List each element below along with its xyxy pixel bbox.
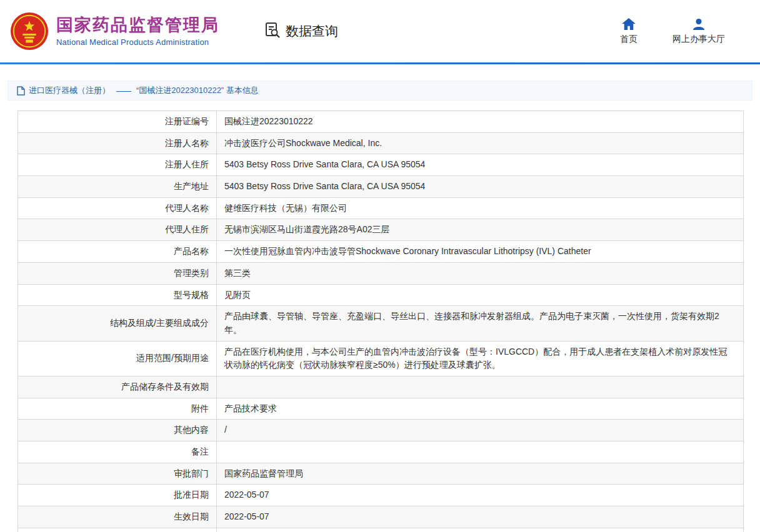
row-label: 审批部门	[18, 463, 217, 485]
page: 国家药品监督管理局 National Medical Products Admi…	[0, 0, 760, 532]
row-value: 5403 Betsy Ross Drive Santa Clara, CA US…	[217, 154, 744, 176]
row-label: 注册证编号	[18, 111, 217, 133]
breadcrumb-category[interactable]: 进口医疗器械（注册）	[29, 85, 110, 96]
table-row: 附件产品技术要求	[18, 398, 744, 420]
row-value: 2022-05-07	[217, 506, 744, 528]
row-value: 2022-05-07	[217, 485, 744, 506]
table-row: 结构及组成/主要组成成分产品由球囊、导管轴、导管座、充盈端口、导丝出口、连接器和…	[18, 306, 744, 341]
national-emblem-logo	[10, 12, 49, 51]
nav-service-hall-label: 网上办事大厅	[672, 34, 725, 45]
row-label: 附件	[18, 398, 217, 420]
row-value: 第三类	[217, 262, 744, 284]
row-value: 一次性使用冠脉血管内冲击波导管Shockwave Coronary Intrav…	[217, 241, 744, 263]
breadcrumb-separator: ——	[116, 86, 130, 96]
row-label: 结构及组成/主要组成成分	[18, 306, 217, 341]
nav-home-label: 首页	[620, 34, 638, 45]
table-row: 型号规格见附页	[18, 284, 744, 306]
data-query-label: 数据查询	[286, 22, 338, 40]
row-label: 产品名称	[18, 241, 217, 263]
breadcrumb-wrap: 进口医疗器械（注册） —— “国械注进20223010222” 基本信息	[0, 64, 760, 101]
org-name-cn: 国家药品监督管理局	[56, 16, 219, 35]
brand: 国家药品监督管理局 National Medical Products Admi…	[10, 12, 219, 51]
table-row: 注册人住所5403 Betsy Ross Drive Santa Clara, …	[18, 154, 744, 176]
table-row: 代理人名称健维医疗科技（无锡）有限公司	[18, 197, 744, 219]
user-icon	[692, 18, 706, 31]
row-value: 产品技术要求	[217, 398, 744, 420]
table-row: 适用范围/预期用途产品在医疗机构使用，与本公司生产的血管内冲击波治疗设备（型号：…	[18, 341, 744, 376]
nav-service-hall[interactable]: 网上办事大厅	[672, 18, 725, 45]
row-label: 生效日期	[18, 506, 217, 528]
row-label: 备注	[18, 441, 217, 463]
row-label: 产品储存条件及有效期	[18, 376, 217, 398]
data-query-icon	[264, 22, 281, 41]
registration-info-table: 注册证编号国械注进20223010222注册人名称冲击波医疗公司Shockwav…	[18, 111, 744, 532]
table-row: 产品储存条件及有效期	[18, 376, 744, 398]
table-row: 产品名称一次性使用冠脉血管内冲击波导管Shockwave Coronary In…	[18, 241, 744, 263]
row-value: 5403 Betsy Ross Drive Santa Clara, CA US…	[217, 176, 744, 198]
row-value: 国械注进20223010222	[217, 111, 744, 133]
row-label: 其他内容	[18, 420, 217, 441]
home-icon	[622, 18, 636, 31]
row-label: 适用范围/预期用途	[18, 341, 217, 376]
row-label: 有效期至	[18, 528, 217, 532]
table-row: 审批部门国家药品监督管理局	[18, 463, 744, 485]
table-row: 其他内容/	[18, 420, 744, 441]
row-value: 产品由球囊、导管轴、导管座、充盈端口、导丝出口、连接器和脉冲发射器组成。产品为电…	[217, 306, 744, 341]
row-label: 注册人住所	[18, 154, 217, 176]
table-row: 生效日期2022-05-07	[18, 506, 744, 528]
row-value: /	[217, 420, 744, 441]
table-row: 管理类别第三类	[18, 262, 744, 284]
table-row: 备注	[18, 441, 744, 463]
row-label: 管理类别	[18, 262, 217, 284]
row-label: 代理人住所	[18, 219, 217, 241]
row-value: 见附页	[217, 284, 744, 306]
row-label: 型号规格	[18, 284, 217, 306]
document-icon	[17, 86, 25, 96]
data-query-title: 数据查询	[264, 22, 338, 41]
row-label: 生产地址	[18, 176, 217, 198]
table-row: 生产地址5403 Betsy Ross Drive Santa Clara, C…	[18, 176, 744, 198]
row-value: 产品在医疗机构使用，与本公司生产的血管内冲击波治疗设备（型号：IVLGCCD）配…	[217, 341, 744, 376]
table-row: 注册证编号国械注进20223010222	[18, 111, 744, 133]
row-label: 代理人名称	[18, 197, 217, 219]
row-label: 注册人名称	[18, 132, 217, 154]
row-value	[217, 441, 744, 463]
table-row: 代理人住所无锡市滨湖区马山街道霞光路28号A02三层	[18, 219, 744, 241]
row-value: 国家药品监督管理局	[217, 463, 744, 485]
breadcrumb: 进口医疗器械（注册） —— “国械注进20223010222” 基本信息	[8, 81, 752, 101]
site-header: 国家药品监督管理局 National Medical Products Admi…	[0, 0, 760, 62]
breadcrumb-current: “国械注进20223010222” 基本信息	[136, 85, 259, 96]
top-nav: 首页 网上办事大厅	[620, 18, 725, 45]
row-value: 冲击波医疗公司Shockwave Medical, Inc.	[217, 132, 744, 154]
table-row: 注册人名称冲击波医疗公司Shockwave Medical, Inc.	[18, 132, 744, 154]
table-row: 有效期至2027-05-06	[18, 528, 744, 532]
table-row: 批准日期2022-05-07	[18, 485, 744, 506]
brand-text: 国家药品监督管理局 National Medical Products Admi…	[56, 16, 219, 47]
nav-home[interactable]: 首页	[620, 18, 638, 45]
org-name-en: National Medical Products Administration	[56, 37, 219, 47]
row-value: 无锡市滨湖区马山街道霞光路28号A02三层	[217, 219, 744, 241]
main-content: 注册证编号国械注进20223010222注册人名称冲击波医疗公司Shockwav…	[0, 101, 760, 532]
row-value: 2027-05-06	[217, 528, 744, 532]
row-label: 批准日期	[18, 485, 217, 506]
row-value	[217, 376, 744, 398]
row-value: 健维医疗科技（无锡）有限公司	[217, 197, 744, 219]
